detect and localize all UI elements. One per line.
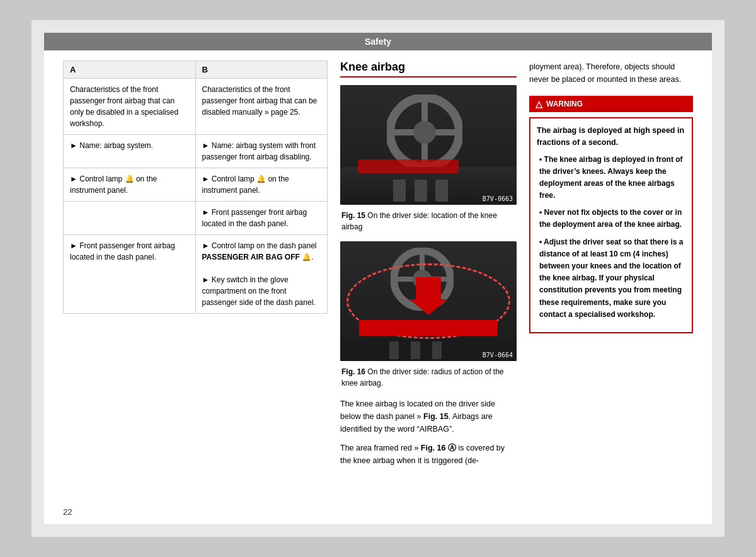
- table-row: ► Front passenger front airbag located i…: [64, 235, 327, 313]
- row3-col-a: ► Control lamp 🔔 on the instrument panel…: [64, 168, 196, 201]
- red-bar: [359, 320, 498, 336]
- airbag-table: A B Characteristics of the front passeng…: [63, 60, 328, 314]
- warning-bullet-1: The knee airbag is deployed in front of …: [537, 154, 685, 202]
- section-title: Knee airbag: [340, 60, 517, 78]
- warning-intro: The airbag is deployed at high speed in …: [537, 125, 685, 149]
- body-text-1: The knee airbag is located on the driver…: [340, 398, 517, 435]
- pedal-right: [435, 180, 448, 202]
- figure-15-container: B7V-0663: [340, 85, 517, 205]
- table-row: ► Name: airbag system. ► Name: airbag sy…: [64, 135, 327, 168]
- page-header: Safety: [44, 33, 712, 50]
- warning-header-bar: △ WARNING: [529, 96, 693, 112]
- row3-col-b: ► Control lamp 🔔 on the instrument panel…: [196, 168, 328, 201]
- fig15-caption: Fig. 15 On the driver side: location of …: [340, 210, 517, 233]
- page: Safety A B Characteristics of the front …: [32, 20, 724, 537]
- airbag-highlight: [358, 159, 459, 173]
- table-header-row: A B: [64, 61, 327, 79]
- page-number: 22: [63, 507, 72, 517]
- arrow-svg: [410, 277, 447, 315]
- content-area: A B Characteristics of the front passeng…: [44, 60, 712, 486]
- figure-16-art: B7V-0664: [340, 241, 517, 361]
- header-title: Safety: [365, 37, 391, 47]
- row1-col-a: Characteristics of the front passenger f…: [64, 79, 196, 134]
- row5-col-a: ► Front passenger front airbag located i…: [64, 235, 196, 313]
- col-a-header: A: [64, 61, 196, 78]
- inner-page: Safety A B Characteristics of the front …: [44, 33, 712, 524]
- body-text-2: The area framed red » Fig. 16 Ⓐ is cover…: [340, 442, 517, 467]
- fig16-caption: Fig. 16 On the driver side: radius of ac…: [340, 366, 517, 389]
- pedal-left: [393, 180, 406, 202]
- row4-col-a: [64, 202, 196, 234]
- continuation-text: ployment area). Therefore, objects shoul…: [529, 60, 693, 86]
- svg-point-3: [413, 121, 436, 144]
- warning-triangle-icon: △: [536, 99, 542, 109]
- row2-col-a: ► Name: airbag system.: [64, 135, 196, 168]
- middle-section: Knee airbag: [340, 60, 517, 473]
- table-row: Characteristics of the front passenger f…: [64, 79, 327, 135]
- left-section: A B Characteristics of the front passeng…: [63, 60, 328, 473]
- col-b-header: B: [196, 61, 328, 78]
- row5-col-b: ► Control lamp on the dash panel PASSENG…: [196, 235, 328, 313]
- row4-col-b: ► Front passenger front airbag located i…: [196, 202, 328, 234]
- steering-wheel-svg: [387, 95, 462, 170]
- pedal-16-r: [432, 342, 442, 359]
- fig16-overlay: B7V-0664: [483, 352, 513, 359]
- figure-15-art: B7V-0663: [340, 85, 517, 205]
- red-arrow: [410, 277, 447, 317]
- pedal-mid: [415, 180, 427, 202]
- warning-content: The airbag is deployed at high speed in …: [529, 117, 693, 333]
- table-row: ► Front passenger front airbag located i…: [64, 202, 327, 235]
- row2-col-b: ► Name: airbag system with front passeng…: [196, 135, 328, 168]
- pedal-16-l: [389, 342, 399, 359]
- steering-wheel: [387, 95, 462, 170]
- warning-bullet-2: Never not fix objects to the cover or in…: [537, 207, 685, 231]
- pedal-16-m: [411, 342, 420, 359]
- row1-col-b: Characteristics of the front passenger f…: [196, 79, 328, 134]
- warning-label: WARNING: [546, 100, 583, 108]
- figure-16-container: B7V-0664: [340, 241, 517, 361]
- table-row: ► Control lamp 🔔 on the instrument panel…: [64, 168, 327, 202]
- right-section: ployment area). Therefore, objects shoul…: [529, 60, 693, 473]
- fig15-overlay: B7V-0663: [483, 195, 513, 202]
- warning-bullet-3: Adjust the driver seat so that there is …: [537, 236, 685, 321]
- svg-marker-8: [410, 277, 447, 315]
